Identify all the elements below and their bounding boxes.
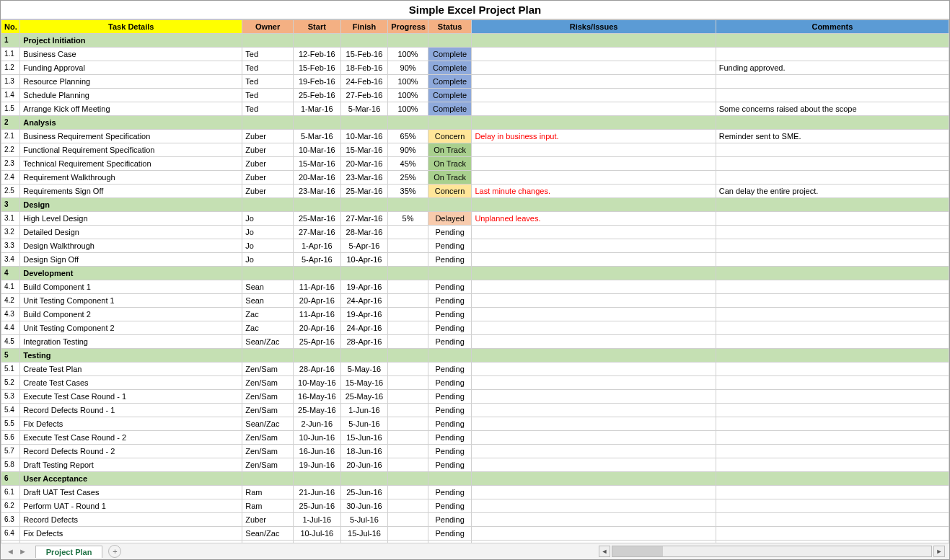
cell-task[interactable]: Analysis <box>20 116 242 130</box>
cell-comment[interactable] <box>716 335 949 349</box>
cell-status[interactable]: Pending <box>428 431 472 445</box>
cell-comment[interactable]: Some concerns raised about the scope <box>716 102 949 116</box>
cell-start[interactable]: 11-Apr-16 <box>293 308 340 321</box>
section-row[interactable]: 3Design <box>1 198 949 212</box>
cell-task[interactable]: Fix Defects <box>20 417 242 431</box>
cell-no[interactable]: 1.2 <box>1 61 20 75</box>
cell-risk[interactable] <box>472 472 716 486</box>
cell-owner[interactable]: Zen/Sam <box>242 390 294 404</box>
cell-owner[interactable] <box>242 116 294 130</box>
section-row[interactable]: 6User Acceptance <box>1 472 949 486</box>
table-row[interactable]: 2.4Requirement WalkthroughZuber20-Mar-16… <box>1 171 949 185</box>
cell-progress[interactable] <box>388 239 428 253</box>
table-row[interactable]: 6.3Record DefectsZuber1-Jul-165-Jul-16Pe… <box>1 513 949 527</box>
cell-start[interactable] <box>293 349 340 363</box>
cell-comment[interactable] <box>716 239 949 253</box>
cell-task[interactable]: Record Defects <box>20 513 242 527</box>
cell-progress[interactable] <box>388 445 428 458</box>
cell-owner[interactable]: Jo <box>242 226 294 239</box>
cell-risk[interactable] <box>472 417 716 431</box>
cell-status[interactable]: Pending <box>428 513 472 527</box>
col-start[interactable]: Start <box>293 20 340 34</box>
cell-no[interactable]: 4.2 <box>1 294 20 308</box>
cell-progress[interactable] <box>388 226 428 239</box>
cell-start[interactable]: 16-May-16 <box>293 390 340 404</box>
cell-risk[interactable] <box>472 404 716 417</box>
cell-owner[interactable]: Jo <box>242 212 294 226</box>
cell-start[interactable]: 23-Mar-16 <box>293 185 340 198</box>
cell-comment[interactable] <box>716 75 949 89</box>
cell-finish[interactable]: 24-Apr-16 <box>340 321 388 335</box>
cell-task[interactable]: Business Requirement Specification <box>20 130 242 143</box>
cell-no[interactable]: 4 <box>1 267 20 280</box>
cell-no[interactable]: 3 <box>1 198 20 212</box>
table-row[interactable]: 5.4Record Defects Round - 1Zen/Sam25-May… <box>1 404 949 417</box>
cell-start[interactable]: 15-Feb-16 <box>293 61 340 75</box>
cell-risk[interactable] <box>472 308 716 321</box>
cell-task[interactable]: Requirement Walkthrough <box>20 171 242 185</box>
cell-finish[interactable]: 5-May-16 <box>340 363 388 376</box>
cell-progress[interactable] <box>388 335 428 349</box>
cell-status[interactable]: On Track <box>428 157 472 171</box>
cell-task[interactable]: Requirements Sign Off <box>20 185 242 198</box>
cell-start[interactable] <box>293 472 340 486</box>
cell-finish[interactable]: 10-Apr-16 <box>340 253 388 267</box>
cell-task[interactable]: Development <box>20 267 242 280</box>
cell-finish[interactable]: 5-Apr-16 <box>340 239 388 253</box>
cell-start[interactable]: 21-Jun-16 <box>293 486 340 499</box>
cell-owner[interactable] <box>242 34 294 48</box>
cell-start[interactable]: 1-Mar-16 <box>293 102 340 116</box>
cell-status[interactable] <box>428 198 472 212</box>
cell-owner[interactable]: Ted <box>242 61 294 75</box>
cell-comment[interactable] <box>716 376 949 390</box>
table-row[interactable]: 3.4Design Sign OffJo5-Apr-1610-Apr-16Pen… <box>1 253 949 267</box>
cell-finish[interactable]: 27-Mar-16 <box>340 212 388 226</box>
section-row[interactable]: 5Testing <box>1 349 949 363</box>
cell-owner[interactable] <box>242 349 294 363</box>
cell-finish[interactable]: 18-Feb-16 <box>340 61 388 75</box>
table-row[interactable]: 6.4Fix DefectsSean/Zac10-Jul-1615-Jul-16… <box>1 527 949 541</box>
cell-finish[interactable]: 5-Mar-16 <box>340 102 388 116</box>
cell-owner[interactable]: Sean/Zac <box>242 335 294 349</box>
cell-task[interactable]: User Acceptance <box>20 472 242 486</box>
cell-owner[interactable]: Jo <box>242 253 294 267</box>
cell-finish[interactable]: 28-Mar-16 <box>340 226 388 239</box>
cell-task[interactable]: Arrange Kick off Meeting <box>20 102 242 116</box>
cell-risk[interactable] <box>472 280 716 294</box>
cell-finish[interactable]: 24-Apr-16 <box>340 294 388 308</box>
cell-finish[interactable]: 27-Feb-16 <box>340 89 388 102</box>
cell-no[interactable]: 4.5 <box>1 335 20 349</box>
table-row[interactable]: 4.4Unit Testing Component 2Zac20-Apr-162… <box>1 321 949 335</box>
table-row[interactable]: 3.2Detailed DesignJo27-Mar-1628-Mar-16Pe… <box>1 226 949 239</box>
cell-risk[interactable] <box>472 253 716 267</box>
cell-risk[interactable] <box>472 390 716 404</box>
cell-comment[interactable]: Reminder sent to SME. <box>716 130 949 143</box>
cell-start[interactable]: 25-Apr-16 <box>293 335 340 349</box>
cell-task[interactable]: Resource Planning <box>20 75 242 89</box>
cell-finish[interactable] <box>340 472 388 486</box>
cell-risk[interactable] <box>472 527 716 541</box>
cell-progress[interactable] <box>388 267 428 280</box>
cell-task[interactable]: Record Defects Round - 2 <box>20 445 242 458</box>
cell-finish[interactable]: 1-Jun-16 <box>340 404 388 417</box>
table-row[interactable]: 6.1Draft UAT Test CasesRam21-Jun-1625-Ju… <box>1 486 949 499</box>
cell-risk[interactable] <box>472 198 716 212</box>
table-row[interactable]: 1.5Arrange Kick off MeetingTed1-Mar-165-… <box>1 102 949 116</box>
cell-no[interactable]: 3.3 <box>1 239 20 253</box>
cell-comment[interactable] <box>716 308 949 321</box>
cell-start[interactable]: 20-Apr-16 <box>293 321 340 335</box>
cell-finish[interactable]: 15-May-16 <box>340 376 388 390</box>
cell-finish[interactable]: 15-Jun-16 <box>340 431 388 445</box>
cell-owner[interactable]: Zen/Sam <box>242 458 294 472</box>
cell-status[interactable]: Complete <box>428 61 472 75</box>
cell-task[interactable]: Integration Testing <box>20 335 242 349</box>
cell-status[interactable]: Pending <box>428 458 472 472</box>
cell-progress[interactable]: 100% <box>388 102 428 116</box>
cell-owner[interactable]: Zen/Sam <box>242 376 294 390</box>
sheet-tab-active[interactable]: Project Plan <box>35 546 103 558</box>
cell-status[interactable]: Pending <box>428 226 472 239</box>
table-row[interactable]: 5.3Execute Test Case Round - 1Zen/Sam16-… <box>1 390 949 404</box>
cell-no[interactable]: 4.3 <box>1 308 20 321</box>
cell-finish[interactable] <box>340 349 388 363</box>
cell-no[interactable]: 3.1 <box>1 212 20 226</box>
